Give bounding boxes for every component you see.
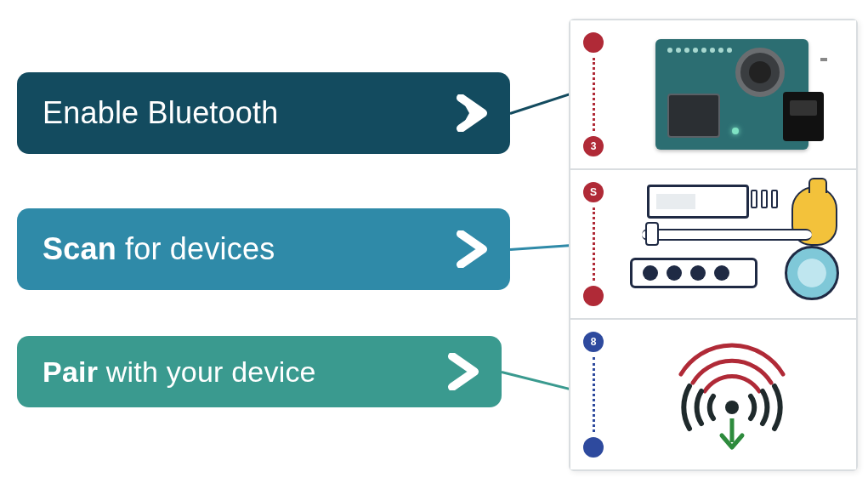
panel3-illustration <box>616 320 856 469</box>
scan-equipment-icon <box>621 185 842 304</box>
panel3-marker-rail: 8 <box>570 320 616 469</box>
panel-scan-equipment: S <box>570 170 856 320</box>
marker-dot-bottom <box>583 286 604 306</box>
panel-bluetooth-module: 3 <box>570 20 856 170</box>
step2-label: Scan for devices <box>43 231 439 267</box>
marker-dotted-line <box>593 208 595 281</box>
circuit-board-icon <box>655 39 808 150</box>
marker-dot-bottom: 3 <box>583 136 604 156</box>
marker-dotted-line <box>593 58 595 131</box>
step-enable-bluetooth[interactable]: Enable Bluetooth <box>17 72 510 154</box>
marker-dot-top <box>583 32 604 53</box>
panel1-illustration <box>616 20 856 168</box>
step3-label: Pair with your device <box>43 355 430 389</box>
marker-dotted-line <box>593 357 595 432</box>
marker-dot-top: S <box>583 182 604 202</box>
connector-step2 <box>510 243 578 251</box>
step-pair-device[interactable]: Pair with your device <box>17 336 502 407</box>
chevron-right-icon <box>445 353 483 390</box>
illustration-panels: 3 S <box>569 19 858 471</box>
chevron-right-icon <box>454 230 491 268</box>
chevron-right-icon <box>454 94 491 132</box>
wireless-signal-icon <box>647 335 817 454</box>
panel2-marker-rail: S <box>570 170 616 318</box>
panel1-marker-rail: 3 <box>570 20 616 168</box>
step1-label: Enable Bluetooth <box>43 95 439 131</box>
step-scan-devices[interactable]: Scan for devices <box>17 208 510 290</box>
marker-dot-top: 8 <box>583 332 604 352</box>
svg-point-0 <box>725 401 739 414</box>
panel-signal: 8 <box>570 320 856 469</box>
panel2-illustration <box>616 170 856 318</box>
marker-dot-bottom <box>583 437 604 458</box>
